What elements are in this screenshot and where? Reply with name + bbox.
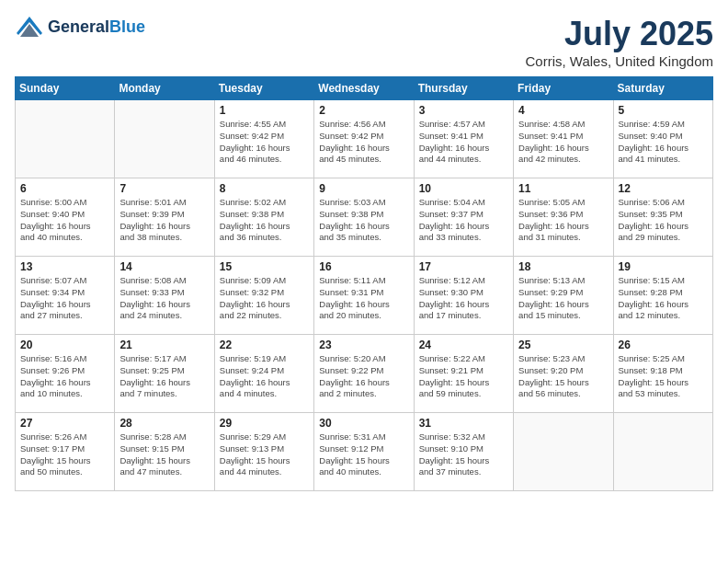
- day-info: Sunrise: 5:03 AM Sunset: 9:38 PM Dayligh…: [319, 197, 408, 244]
- day-info: Sunrise: 5:13 AM Sunset: 9:29 PM Dayligh…: [518, 275, 608, 322]
- week-row-1: 1Sunrise: 4:55 AM Sunset: 9:42 PM Daylig…: [16, 100, 713, 178]
- calendar-cell: 18Sunrise: 5:13 AM Sunset: 9:29 PM Dayli…: [514, 257, 613, 335]
- logo: GeneralBlue: [15, 15, 145, 40]
- day-number: 31: [419, 417, 508, 430]
- day-info: Sunrise: 5:12 AM Sunset: 9:30 PM Dayligh…: [419, 275, 508, 322]
- weekday-header-saturday: Saturday: [613, 77, 712, 100]
- calendar-cell: [16, 100, 115, 178]
- week-row-3: 13Sunrise: 5:07 AM Sunset: 9:34 PM Dayli…: [16, 257, 713, 335]
- day-info: Sunrise: 5:07 AM Sunset: 9:34 PM Dayligh…: [20, 275, 109, 322]
- weekday-header-thursday: Thursday: [414, 77, 513, 100]
- calendar-cell: 9Sunrise: 5:03 AM Sunset: 9:38 PM Daylig…: [314, 178, 414, 257]
- day-info: Sunrise: 5:08 AM Sunset: 9:33 PM Dayligh…: [119, 275, 209, 322]
- calendar-cell: 8Sunrise: 5:02 AM Sunset: 9:38 PM Daylig…: [214, 178, 313, 257]
- calendar-cell: 11Sunrise: 5:05 AM Sunset: 9:36 PM Dayli…: [514, 178, 613, 257]
- day-number: 2: [319, 104, 408, 117]
- day-info: Sunrise: 4:55 AM Sunset: 9:42 PM Dayligh…: [220, 119, 309, 166]
- day-number: 25: [518, 339, 608, 351]
- day-info: Sunrise: 4:58 AM Sunset: 9:41 PM Dayligh…: [518, 119, 608, 166]
- day-number: 22: [220, 339, 309, 351]
- day-number: 16: [319, 260, 408, 273]
- day-number: 30: [319, 417, 408, 430]
- day-info: Sunrise: 5:17 AM Sunset: 9:25 PM Dayligh…: [119, 353, 209, 400]
- day-number: 1: [220, 104, 309, 117]
- calendar-cell: 20Sunrise: 5:16 AM Sunset: 9:26 PM Dayli…: [16, 335, 115, 413]
- day-info: Sunrise: 5:26 AM Sunset: 9:17 PM Dayligh…: [20, 431, 109, 478]
- calendar-cell: 5Sunrise: 4:59 AM Sunset: 9:40 PM Daylig…: [613, 100, 712, 178]
- day-info: Sunrise: 4:56 AM Sunset: 9:42 PM Dayligh…: [319, 119, 408, 166]
- weekday-header-wednesday: Wednesday: [314, 77, 414, 100]
- weekday-header-tuesday: Tuesday: [214, 77, 313, 100]
- day-info: Sunrise: 4:59 AM Sunset: 9:40 PM Dayligh…: [619, 119, 708, 166]
- day-number: 19: [619, 260, 708, 273]
- month-year-title: July 2025: [525, 15, 713, 53]
- calendar-cell: [613, 413, 712, 491]
- day-number: 11: [518, 182, 608, 195]
- calendar-cell: 23Sunrise: 5:20 AM Sunset: 9:22 PM Dayli…: [314, 335, 414, 413]
- logo-blue: Blue: [109, 17, 145, 36]
- weekday-header-row: SundayMondayTuesdayWednesdayThursdayFrid…: [16, 77, 713, 100]
- weekday-header-sunday: Sunday: [16, 77, 115, 100]
- calendar-cell: 2Sunrise: 4:56 AM Sunset: 9:42 PM Daylig…: [314, 100, 414, 178]
- day-number: 15: [220, 260, 309, 273]
- calendar-cell: 4Sunrise: 4:58 AM Sunset: 9:41 PM Daylig…: [514, 100, 613, 178]
- calendar-cell: 12Sunrise: 5:06 AM Sunset: 9:35 PM Dayli…: [613, 178, 712, 257]
- day-info: Sunrise: 5:01 AM Sunset: 9:39 PM Dayligh…: [119, 197, 209, 244]
- day-info: Sunrise: 5:04 AM Sunset: 9:37 PM Dayligh…: [419, 197, 508, 244]
- calendar-cell: 14Sunrise: 5:08 AM Sunset: 9:33 PM Dayli…: [115, 257, 214, 335]
- calendar-cell: 19Sunrise: 5:15 AM Sunset: 9:28 PM Dayli…: [613, 257, 712, 335]
- logo-general: General: [48, 17, 109, 36]
- day-number: 6: [20, 182, 109, 195]
- calendar-table: SundayMondayTuesdayWednesdayThursdayFrid…: [15, 76, 713, 491]
- day-info: Sunrise: 5:16 AM Sunset: 9:26 PM Dayligh…: [20, 353, 109, 400]
- day-number: 28: [119, 417, 209, 430]
- day-number: 27: [20, 417, 109, 430]
- day-number: 5: [619, 104, 708, 117]
- day-number: 26: [619, 339, 708, 351]
- title-block: July 2025 Corris, Wales, United Kingdom: [525, 15, 713, 69]
- calendar-cell: 7Sunrise: 5:01 AM Sunset: 9:39 PM Daylig…: [115, 178, 214, 257]
- day-info: Sunrise: 5:22 AM Sunset: 9:21 PM Dayligh…: [419, 353, 508, 400]
- calendar-cell: 15Sunrise: 5:09 AM Sunset: 9:32 PM Dayli…: [214, 257, 313, 335]
- day-info: Sunrise: 5:25 AM Sunset: 9:18 PM Dayligh…: [619, 353, 708, 400]
- weekday-header-friday: Friday: [514, 77, 613, 100]
- day-info: Sunrise: 5:15 AM Sunset: 9:28 PM Dayligh…: [619, 275, 708, 322]
- week-row-2: 6Sunrise: 5:00 AM Sunset: 9:40 PM Daylig…: [16, 178, 713, 257]
- location-subtitle: Corris, Wales, United Kingdom: [525, 53, 713, 69]
- calendar-cell: 27Sunrise: 5:26 AM Sunset: 9:17 PM Dayli…: [16, 413, 115, 491]
- calendar-cell: 31Sunrise: 5:32 AM Sunset: 9:10 PM Dayli…: [414, 413, 513, 491]
- day-number: 17: [419, 260, 508, 273]
- day-number: 20: [20, 339, 109, 351]
- day-number: 18: [518, 260, 608, 273]
- day-number: 4: [518, 104, 608, 117]
- calendar-cell: 10Sunrise: 5:04 AM Sunset: 9:37 PM Dayli…: [414, 178, 513, 257]
- day-number: 9: [319, 182, 408, 195]
- day-number: 10: [419, 182, 508, 195]
- day-info: Sunrise: 5:32 AM Sunset: 9:10 PM Dayligh…: [419, 431, 508, 478]
- logo-text: GeneralBlue: [48, 18, 145, 37]
- day-info: Sunrise: 5:20 AM Sunset: 9:22 PM Dayligh…: [319, 353, 408, 400]
- week-row-5: 27Sunrise: 5:26 AM Sunset: 9:17 PM Dayli…: [16, 413, 713, 491]
- calendar-cell: 25Sunrise: 5:23 AM Sunset: 9:20 PM Dayli…: [514, 335, 613, 413]
- day-number: 13: [20, 260, 109, 273]
- day-number: 7: [119, 182, 209, 195]
- day-number: 8: [220, 182, 309, 195]
- day-number: 24: [419, 339, 508, 351]
- day-number: 21: [119, 339, 209, 351]
- calendar-cell: 1Sunrise: 4:55 AM Sunset: 9:42 PM Daylig…: [214, 100, 313, 178]
- day-number: 29: [220, 417, 309, 430]
- calendar-cell: 3Sunrise: 4:57 AM Sunset: 9:41 PM Daylig…: [414, 100, 513, 178]
- calendar-cell: 17Sunrise: 5:12 AM Sunset: 9:30 PM Dayli…: [414, 257, 513, 335]
- calendar-cell: 26Sunrise: 5:25 AM Sunset: 9:18 PM Dayli…: [613, 335, 712, 413]
- calendar-cell: 28Sunrise: 5:28 AM Sunset: 9:15 PM Dayli…: [115, 413, 214, 491]
- calendar-cell: 21Sunrise: 5:17 AM Sunset: 9:25 PM Dayli…: [115, 335, 214, 413]
- day-info: Sunrise: 5:05 AM Sunset: 9:36 PM Dayligh…: [518, 197, 608, 244]
- day-info: Sunrise: 5:28 AM Sunset: 9:15 PM Dayligh…: [119, 431, 209, 478]
- calendar-cell: 29Sunrise: 5:29 AM Sunset: 9:13 PM Dayli…: [214, 413, 313, 491]
- day-info: Sunrise: 5:31 AM Sunset: 9:12 PM Dayligh…: [319, 431, 408, 478]
- day-info: Sunrise: 5:23 AM Sunset: 9:20 PM Dayligh…: [518, 353, 608, 400]
- day-info: Sunrise: 5:09 AM Sunset: 9:32 PM Dayligh…: [220, 275, 309, 322]
- calendar-cell: 24Sunrise: 5:22 AM Sunset: 9:21 PM Dayli…: [414, 335, 513, 413]
- calendar-cell: 6Sunrise: 5:00 AM Sunset: 9:40 PM Daylig…: [16, 178, 115, 257]
- calendar-cell: [514, 413, 613, 491]
